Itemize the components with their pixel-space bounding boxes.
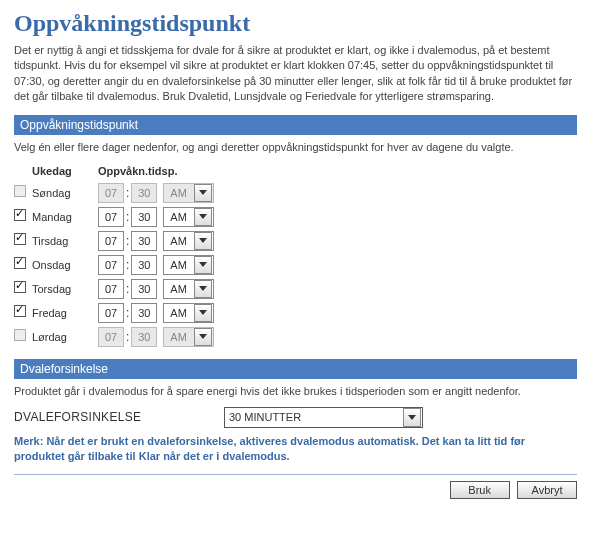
col-weekday: Ukedag (32, 163, 98, 181)
chevron-down-icon[interactable] (194, 304, 212, 322)
chevron-down-icon (194, 328, 212, 346)
chevron-down-icon (194, 184, 212, 202)
ampm-value: AM (164, 235, 194, 247)
day-checkbox[interactable] (14, 233, 26, 245)
day-label: Mandag (32, 211, 92, 223)
hour-input: 07 (98, 183, 124, 203)
minute-input[interactable]: 30 (131, 207, 157, 227)
ampm-value: AM (164, 259, 194, 271)
chevron-down-icon[interactable] (194, 208, 212, 226)
minute-input[interactable]: 30 (131, 303, 157, 323)
ampm-value: AM (164, 283, 194, 295)
table-row: Fredag07:30AM (14, 301, 220, 325)
page-intro: Det er nyttig å angi et tidsskjema for d… (14, 43, 577, 105)
day-label: Tirsdag (32, 235, 92, 247)
day-checkbox[interactable] (14, 281, 26, 293)
sleep-section-header: Dvaleforsinkelse (14, 359, 577, 379)
sleep-section-desc: Produktet går i dvalemodus for å spare e… (14, 385, 577, 397)
ampm-value: AM (164, 211, 194, 223)
minute-input: 30 (131, 327, 157, 347)
sleep-delay-label: DVALEFORSINKELSE (14, 410, 224, 424)
wake-schedule-table: Ukedag Oppvåkn.tidsp. Søndag07:30AMManda… (14, 163, 220, 349)
wake-section-desc: Velg én eller flere dager nedenfor, og a… (14, 141, 577, 153)
day-label: Fredag (32, 307, 92, 319)
minute-input[interactable]: 30 (131, 279, 157, 299)
day-label: Søndag (32, 187, 92, 199)
page-title: Oppvåkningstidspunkt (14, 10, 577, 37)
hour-input[interactable]: 07 (98, 255, 124, 275)
apply-button[interactable]: Bruk (450, 481, 510, 499)
day-checkbox[interactable] (14, 185, 26, 197)
ampm-select[interactable]: AM (163, 231, 214, 251)
table-row: Mandag07:30AM (14, 205, 220, 229)
day-checkbox[interactable] (14, 257, 26, 269)
ampm-select[interactable]: AM (163, 303, 214, 323)
table-row: Tirsdag07:30AM (14, 229, 220, 253)
day-checkbox[interactable] (14, 305, 26, 317)
ampm-value: AM (164, 331, 194, 343)
minute-input: 30 (131, 183, 157, 203)
sleep-delay-value: 30 MINUTTER (225, 411, 403, 423)
table-row: Lørdag07:30AM (14, 325, 220, 349)
sleep-note: Merk: Når det er brukt en dvaleforsinkel… (14, 434, 577, 465)
hour-input: 07 (98, 327, 124, 347)
hour-input[interactable]: 07 (98, 231, 124, 251)
minute-input[interactable]: 30 (131, 231, 157, 251)
ampm-select[interactable]: AM (163, 255, 214, 275)
day-checkbox[interactable] (14, 209, 26, 221)
day-label: Onsdag (32, 259, 92, 271)
minute-input[interactable]: 30 (131, 255, 157, 275)
ampm-select[interactable]: AM (163, 207, 214, 227)
hour-input[interactable]: 07 (98, 207, 124, 227)
day-label: Torsdag (32, 283, 92, 295)
ampm-value: AM (164, 187, 194, 199)
day-checkbox[interactable] (14, 329, 26, 341)
chevron-down-icon[interactable] (194, 232, 212, 250)
table-row: Søndag07:30AM (14, 181, 220, 205)
day-label: Lørdag (32, 331, 92, 343)
hour-input[interactable]: 07 (98, 303, 124, 323)
ampm-value: AM (164, 307, 194, 319)
ampm-select: AM (163, 327, 214, 347)
ampm-select[interactable]: AM (163, 279, 214, 299)
chevron-down-icon[interactable] (194, 256, 212, 274)
wake-section-header: Oppvåkningstidspunkt (14, 115, 577, 135)
table-row: Onsdag07:30AM (14, 253, 220, 277)
col-waketime: Oppvåkn.tidsp. (98, 163, 220, 181)
divider (14, 474, 577, 475)
hour-input[interactable]: 07 (98, 279, 124, 299)
table-row: Torsdag07:30AM (14, 277, 220, 301)
chevron-down-icon[interactable] (403, 408, 421, 427)
cancel-button[interactable]: Avbryt (517, 481, 577, 499)
chevron-down-icon[interactable] (194, 280, 212, 298)
sleep-delay-select[interactable]: 30 MINUTTER (224, 407, 423, 428)
ampm-select: AM (163, 183, 214, 203)
